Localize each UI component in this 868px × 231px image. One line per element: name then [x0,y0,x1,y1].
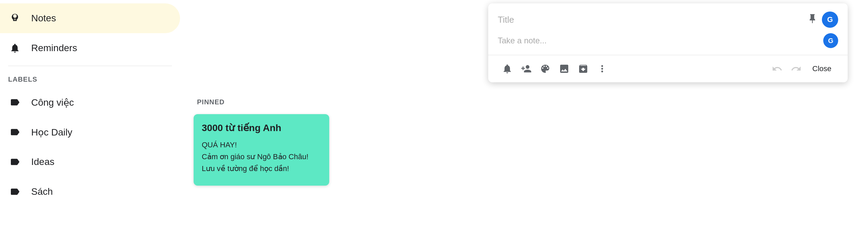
sidebar-item-notes[interactable]: Notes [0,3,180,33]
label-icon-sach [8,185,22,198]
new-note-panel: G G [488,3,848,82]
add-image-button[interactable] [555,59,574,78]
sidebar-item-cong-viec-label: Công việc [31,97,74,108]
undo-button[interactable] [768,59,787,78]
sidebar-divider [8,66,172,66]
pinned-section: PINNED 3000 từ tiếng Anh QUÁ HAY! Cảm ơn… [194,98,854,186]
bell-icon [8,41,22,55]
add-collaborator-button[interactable] [517,59,536,78]
sidebar-item-sach-label: Sách [31,186,53,197]
note-card-body: QUÁ HAY! Cảm ơn giáo sư Ngô Bảo Châu! Lư… [202,139,321,175]
new-note-body-input[interactable] [498,36,823,45]
label-icon-hoc-daily [8,125,22,139]
sidebar-item-hoc-daily-label: Học Daily [31,127,72,138]
label-icon-ideas [8,155,22,169]
note-body-line3: Lưu về tường để học dần! [202,163,321,174]
sidebar: Notes Reminders LABELS Công việc Học Dai… [0,0,180,231]
sidebar-item-reminders[interactable]: Reminders [0,33,180,63]
user-avatar-title: G [822,12,838,28]
close-button[interactable]: Close [806,62,838,76]
pin-icon[interactable] [807,13,818,26]
new-note-toolbar: Close [488,55,848,82]
label-icon-cong-viec [8,96,22,109]
more-options-button[interactable] [593,59,612,78]
archive-button[interactable] [574,59,593,78]
bulb-icon [8,12,22,25]
sidebar-item-reminders-label: Reminders [31,43,77,54]
sidebar-item-sach[interactable]: Sách [0,177,180,207]
pinned-label: PINNED [194,98,854,106]
sidebar-item-notes-label: Notes [31,13,56,24]
redo-button[interactable] [787,59,806,78]
new-note-title-input[interactable] [498,15,803,25]
note-body-line2: Cảm ơn giáo sư Ngô Bảo Châu! [202,151,321,163]
labels-heading: LABELS [0,69,180,87]
sidebar-item-hoc-daily[interactable]: Học Daily [0,117,180,147]
note-body-line1: QUÁ HAY! [202,139,321,151]
note-card-title: 3000 từ tiếng Anh [202,122,321,133]
background-options-button[interactable] [536,59,555,78]
remind-me-button[interactable] [498,59,517,78]
new-note-title-row: G [488,3,848,32]
sidebar-item-ideas-label: Ideas [31,156,55,167]
note-card[interactable]: 3000 từ tiếng Anh QUÁ HAY! Cảm ơn giáo s… [194,114,329,186]
user-avatar-body: G [823,33,838,48]
sidebar-item-cong-viec[interactable]: Công việc [0,87,180,117]
main-content: G G [180,0,868,231]
new-note-body-row: G [488,32,848,55]
sidebar-item-ideas[interactable]: Ideas [0,147,180,177]
